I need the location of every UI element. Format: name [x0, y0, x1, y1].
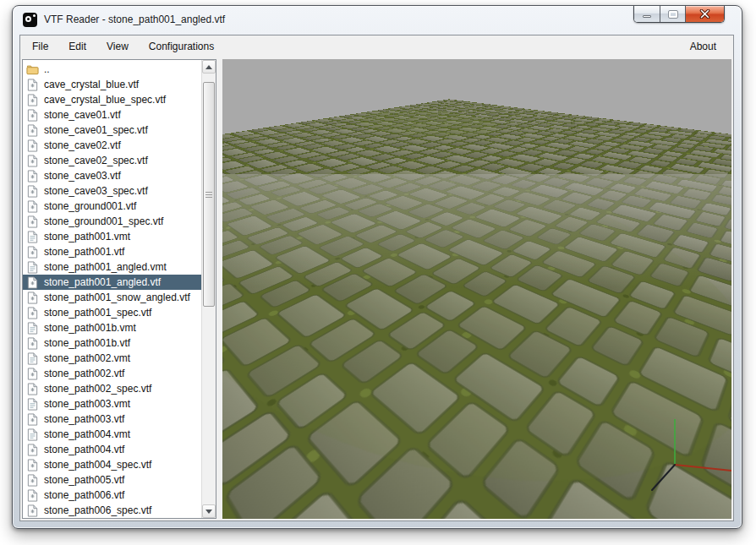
file-name: stone_path003.vtf [44, 413, 124, 425]
list-item[interactable]: cave_crystal_blue_spec.vtf [23, 92, 201, 107]
file-name: stone_path002_spec.vtf [44, 383, 151, 395]
list-item[interactable]: stone_cave01_spec.vtf [23, 123, 201, 138]
chevron-up-icon [205, 65, 212, 69]
stone-texture [222, 59, 731, 337]
file-list-panel: .. cave_crystal_blue.vtf [22, 59, 216, 519]
vtf-file-icon [26, 383, 39, 395]
file-name: stone_ground001.vtf [44, 200, 136, 212]
list-item[interactable]: stone_cave03.vtf [23, 168, 201, 183]
list-item[interactable]: stone_cave03_spec.vtf [23, 183, 201, 199]
list-item[interactable]: stone_path001b.vtf [23, 335, 201, 351]
file-name: stone_path001_spec.vtf [44, 307, 151, 319]
scrollbar-thumb[interactable] [203, 82, 215, 307]
list-item[interactable]: stone_path006.vtf [23, 488, 201, 503]
minimize-icon [643, 15, 651, 18]
menu-item-configurations[interactable]: Configurations [139, 37, 224, 57]
file-name: stone_path001.vmt [44, 231, 130, 243]
menubar: File Edit View Configurations About [20, 35, 733, 58]
list-item[interactable]: stone_path003.vtf [23, 411, 201, 427]
app-icon [23, 13, 37, 27]
title-bar[interactable]: VTF Reader - stone_path001_angled.vtf [13, 6, 742, 33]
minimize-button[interactable] [634, 6, 660, 22]
vtf-file-icon [26, 79, 39, 91]
file-name: .. [44, 63, 50, 75]
file-name: stone_path001_angled.vmt [44, 261, 167, 273]
list-item[interactable]: stone_path006_spec.vtf [23, 503, 201, 518]
app-window: VTF Reader - stone_path001_angled.vtf Fi… [12, 5, 742, 529]
list-item[interactable]: stone_ground001.vtf [23, 199, 201, 214]
file-list: .. cave_crystal_blue.vtf [23, 60, 201, 518]
list-item[interactable]: .. [23, 62, 201, 77]
list-item[interactable]: stone_path001.vtf [23, 244, 201, 259]
file-name: stone_path005.vtf [44, 474, 124, 486]
file-name: stone_cave02.vtf [44, 139, 121, 151]
vmt-file-icon [26, 261, 39, 274]
list-item[interactable]: stone_path001.vmt [23, 229, 201, 244]
file-name: stone_path004.vtf [44, 444, 124, 455]
maximize-icon [669, 11, 677, 18]
scrollbar-grip-icon [205, 192, 212, 198]
sky [222, 59, 731, 519]
close-icon [699, 9, 710, 19]
file-name: stone_path001_angled.vtf [44, 276, 161, 288]
list-item[interactable]: stone_path002.vtf [23, 366, 201, 381]
vtf-file-icon [26, 337, 39, 350]
list-item[interactable]: stone_cave01.vtf [23, 107, 201, 123]
scroll-down-button[interactable] [202, 504, 216, 518]
file-name: stone_path004.vmt [44, 428, 130, 440]
list-item[interactable]: stone_path002_spec.vtf [23, 381, 201, 396]
vmt-file-icon [26, 352, 39, 365]
vmt-file-icon [26, 428, 39, 441]
client-area: File Edit View Configurations About [19, 35, 734, 521]
file-name: stone_path001b.vtf [44, 337, 130, 349]
file-name: stone_path002.vmt [44, 352, 130, 364]
list-item[interactable]: stone_ground001_spec.vtf [23, 214, 201, 229]
vmt-file-icon [26, 322, 39, 335]
vtf-file-icon [26, 246, 39, 259]
list-item[interactable]: stone_path001_angled.vmt [23, 259, 201, 275]
file-name: stone_path006_spec.vtf [44, 504, 151, 516]
file-name: cave_crystal_blue_spec.vtf [44, 94, 166, 106]
app-icon-ring [25, 16, 31, 22]
menu-item-edit[interactable]: Edit [58, 37, 96, 57]
scrollbar[interactable] [201, 60, 216, 518]
vtf-file-icon [26, 474, 39, 487]
list-item[interactable]: stone_cave02_spec.vtf [23, 153, 201, 168]
menu-item-view[interactable]: View [96, 37, 139, 57]
maximize-button[interactable] [660, 6, 685, 22]
viewport-3d[interactable] [222, 59, 731, 519]
list-item[interactable]: stone_path001_angled.vtf [23, 275, 201, 290]
list-item[interactable]: stone_cave02.vtf [23, 138, 201, 153]
list-item[interactable]: stone_path004.vmt [23, 427, 201, 442]
scroll-up-button[interactable] [202, 60, 216, 74]
file-name: cave_crystal_blue.vtf [44, 79, 139, 90]
file-name: stone_cave03_spec.vtf [44, 185, 148, 197]
file-name: stone_cave02_spec.vtf [44, 155, 148, 166]
vtf-file-icon [26, 155, 39, 167]
vtf-file-icon [26, 124, 39, 137]
vtf-file-icon [26, 444, 39, 456]
list-item[interactable]: stone_path003.vmt [23, 396, 201, 411]
vtf-file-icon [26, 276, 39, 289]
vtf-file-icon [26, 413, 39, 426]
vtf-file-icon [26, 489, 39, 502]
list-item[interactable]: stone_path001b.vmt [23, 320, 201, 335]
list-item[interactable]: stone_path001_spec.vtf [23, 305, 201, 320]
file-name: stone_ground001_spec.vtf [44, 215, 163, 227]
app-icon-dot [33, 14, 36, 17]
list-item[interactable]: stone_path004_spec.vtf [23, 457, 201, 472]
vtf-file-icon [26, 170, 39, 183]
list-item[interactable]: stone_path004.vtf [23, 442, 201, 457]
list-item[interactable]: cave_crystal_blue.vtf [23, 77, 201, 92]
file-name: stone_cave01_spec.vtf [44, 124, 148, 136]
vtf-file-icon [26, 200, 39, 213]
file-name: stone_cave01.vtf [44, 109, 121, 121]
menu-item-file[interactable]: File [22, 37, 58, 57]
vtf-file-icon [26, 94, 39, 106]
list-item[interactable]: stone_path005.vtf [23, 472, 201, 488]
close-button[interactable] [685, 6, 724, 22]
list-item[interactable]: stone_path002.vmt [23, 351, 201, 366]
menu-item-about[interactable]: About [680, 37, 726, 57]
list-item[interactable]: stone_path001_snow_angled.vtf [23, 290, 201, 305]
chevron-down-icon [205, 510, 212, 514]
